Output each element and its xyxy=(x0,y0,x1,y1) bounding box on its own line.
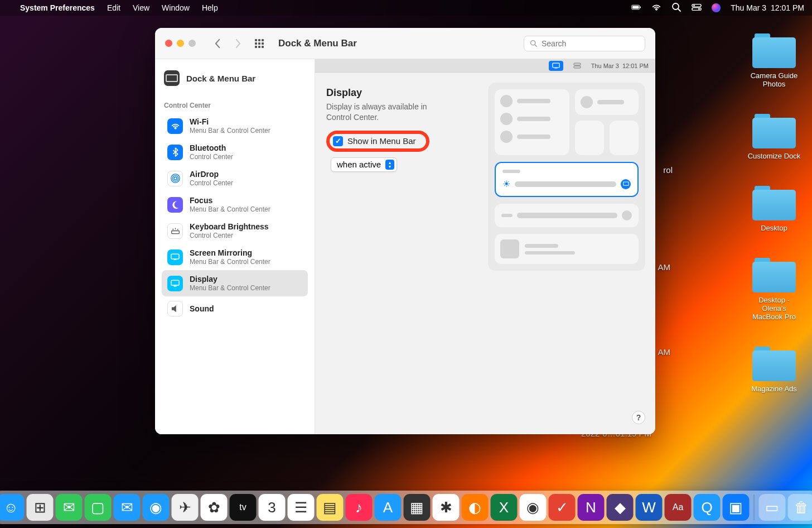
dock-calculator[interactable]: ▦ xyxy=(404,494,431,521)
dock-dictionary[interactable]: Aa xyxy=(665,494,692,521)
background-peek-text: rol xyxy=(657,165,673,175)
when-active-dropdown[interactable]: when active ▴▾ xyxy=(331,157,397,172)
svg-rect-19 xyxy=(171,280,179,285)
menu-help[interactable]: Help xyxy=(202,3,218,12)
menu-edit[interactable]: Edit xyxy=(107,3,120,12)
forward-button[interactable] xyxy=(231,37,244,50)
minimize-button[interactable] xyxy=(177,40,184,47)
display-icon xyxy=(167,276,183,291)
dock-todoist[interactable]: ✓ xyxy=(549,494,576,521)
display-indicator-icon xyxy=(621,179,631,189)
show-in-menubar-checkbox[interactable]: ✓ xyxy=(333,136,343,146)
sidebar-item-sound[interactable]: Sound xyxy=(162,296,308,321)
dock-finder[interactable]: ☺ xyxy=(0,494,25,521)
svg-point-11 xyxy=(173,177,176,180)
desktop-folder[interactable]: Desktop xyxy=(747,186,801,232)
dock-trash[interactable]: 🗑 xyxy=(788,494,813,521)
menu-window[interactable]: Window xyxy=(162,3,190,12)
dock-safari[interactable]: ◉ xyxy=(143,494,170,521)
dock-photos[interactable]: ✿ xyxy=(201,494,228,521)
preview-control-center-icon xyxy=(570,61,584,71)
battery-icon[interactable] xyxy=(631,2,641,14)
dock-chrome[interactable]: ◉ xyxy=(520,494,547,521)
sidebar-item-screen-mirroring[interactable]: Screen MirroringMenu Bar & Control Cente… xyxy=(162,244,308,270)
svg-line-10 xyxy=(535,45,536,46)
dock-tv[interactable]: tv xyxy=(230,494,257,521)
window-controls xyxy=(165,40,196,47)
dock-recents[interactable]: ▭ xyxy=(759,494,786,521)
sidebar-item-display[interactable]: DisplayMenu Bar & Control Center xyxy=(162,270,308,296)
desktop-folder[interactable]: Camera Guide Photos xyxy=(747,33,801,88)
svg-point-6 xyxy=(693,4,695,6)
highlight-annotation: ✓ Show in Menu Bar xyxy=(326,131,429,152)
sidebar-item-airdrop[interactable]: AirDropControl Center xyxy=(162,165,308,191)
search-field[interactable] xyxy=(524,36,645,51)
dock-separator xyxy=(754,495,755,520)
dropdown-stepper-icon: ▴▾ xyxy=(385,160,394,170)
preview-clock: Thu Mar 3 12:01 PM xyxy=(591,63,649,69)
desktop-icons: Camera Guide Photos Customize Dock Deskt… xyxy=(747,33,801,393)
sidebar-item-keyboard-brightness[interactable]: Keyboard BrightnessControl Center xyxy=(162,218,308,244)
window-toolbar: Dock & Menu Bar xyxy=(155,28,655,59)
background-peek-text: AM xyxy=(655,262,670,272)
checkbox-label: Show in Menu Bar xyxy=(347,136,416,146)
dock-onenote[interactable]: N xyxy=(578,494,605,521)
sidebar-item-wi-fi[interactable]: Wi-FiMenu Bar & Control Center xyxy=(162,113,308,139)
menubar-clock[interactable]: Thu Mar 312:01 PM xyxy=(731,3,804,12)
svg-rect-18 xyxy=(171,254,179,259)
dock-firefox[interactable]: ◐ xyxy=(462,494,489,521)
svg-rect-17 xyxy=(171,231,179,234)
close-button[interactable] xyxy=(165,40,172,47)
svg-point-9 xyxy=(531,40,535,45)
dock-calendar[interactable]: 3 xyxy=(259,494,286,521)
folder-icon xyxy=(752,258,796,292)
help-button[interactable]: ? xyxy=(632,411,645,424)
dock-word[interactable]: W xyxy=(636,494,663,521)
spotlight-icon[interactable] xyxy=(671,2,682,14)
back-button[interactable] xyxy=(211,37,224,50)
app-name[interactable]: System Preferences xyxy=(20,3,95,12)
svg-rect-21 xyxy=(553,63,559,68)
sidebar-top-item[interactable]: Dock & Menu Bar xyxy=(162,66,308,96)
dock-mail[interactable]: ✉ xyxy=(114,494,141,521)
sound-icon xyxy=(167,301,183,316)
sidebar: Dock & Menu Bar Control Center Wi-FiMenu… xyxy=(155,59,315,434)
dock-maps[interactable]: ✈ xyxy=(172,494,199,521)
dock-facetime[interactable]: ▢ xyxy=(85,494,112,521)
dock-music[interactable]: ♪ xyxy=(346,494,373,521)
wifi-icon[interactable] xyxy=(651,2,661,14)
desktop-folder[interactable]: Desktop - Olena's MacBook Pro xyxy=(747,258,801,321)
dock-appstore[interactable]: A xyxy=(375,494,402,521)
control-center-icon[interactable] xyxy=(692,2,702,14)
preview-display-status-icon xyxy=(549,61,563,71)
dock-notes[interactable]: ▤ xyxy=(317,494,344,521)
bt-icon xyxy=(167,145,183,160)
show-all-button[interactable] xyxy=(255,39,264,48)
folder-icon xyxy=(752,186,796,220)
settings-pane: Thu Mar 3 12:01 PM Display Display is al… xyxy=(315,59,655,434)
dock-excel[interactable]: X xyxy=(491,494,518,521)
menu-view[interactable]: View xyxy=(133,3,149,12)
sidebar-item-bluetooth[interactable]: BluetoothControl Center xyxy=(162,139,308,165)
dock-launchpad[interactable]: ⊞ xyxy=(27,494,54,521)
dock-slack[interactable]: ✱ xyxy=(433,494,460,521)
dock-reminders[interactable]: ☰ xyxy=(288,494,315,521)
dock-menubar-icon xyxy=(164,70,180,86)
svg-point-8 xyxy=(698,8,700,9)
desktop-folder[interactable]: Magazine Ads xyxy=(747,347,801,393)
system-menubar: System Preferences Edit View Window Help… xyxy=(0,0,812,16)
svg-rect-1 xyxy=(632,6,639,8)
desktop-folder[interactable]: Customize Dock xyxy=(747,114,801,160)
search-input[interactable] xyxy=(542,39,639,48)
svg-line-4 xyxy=(678,9,680,11)
sidebar-section-header: Control Center xyxy=(162,96,308,113)
svg-rect-2 xyxy=(640,6,641,8)
dock-zoom[interactable]: ▣ xyxy=(723,494,750,521)
siri-icon[interactable] xyxy=(712,3,721,12)
dock-obsidian[interactable]: ◆ xyxy=(607,494,634,521)
dock-messages[interactable]: ✉ xyxy=(56,494,83,521)
dock-quicktime[interactable]: Q xyxy=(694,494,721,521)
sidebar-item-focus[interactable]: FocusMenu Bar & Control Center xyxy=(162,191,308,218)
window-title: Dock & Menu Bar xyxy=(278,38,357,49)
maximize-button[interactable] xyxy=(188,40,196,47)
